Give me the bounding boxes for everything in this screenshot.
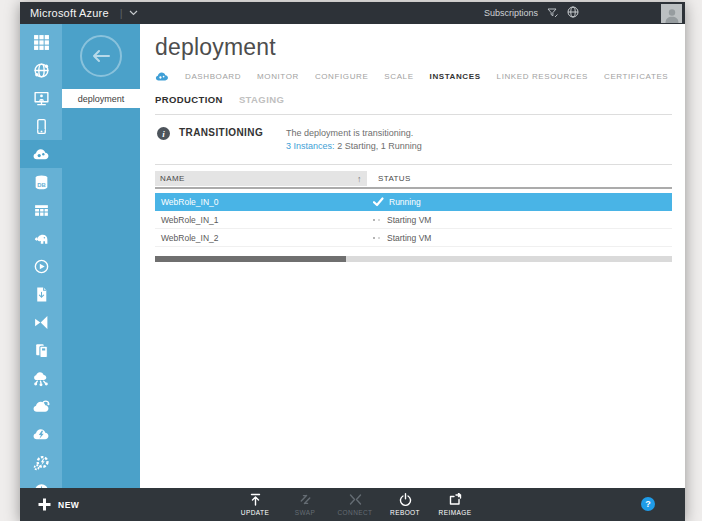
flyout-item-deployment[interactable]: deployment xyxy=(62,89,140,108)
globe-language-icon[interactable] xyxy=(567,4,579,22)
sidebar-item-service-bus[interactable] xyxy=(20,280,62,308)
command-group: UPDATE SWAP CONNECT REBOOT REIMAGE xyxy=(230,488,480,521)
transitioning-notice: i TRANSITIONING The deployment is transi… xyxy=(155,127,672,153)
table-row[interactable]: WebRole_IN_1 Starting VM xyxy=(155,211,672,229)
instances-link[interactable]: 3 Instances: xyxy=(286,141,335,151)
plus-icon xyxy=(38,498,51,511)
topbar-right-group: Subscriptions xyxy=(484,4,579,22)
sidebar-item-web-sites[interactable] xyxy=(20,56,62,84)
instance-status: Starting VM xyxy=(367,233,672,243)
status-label: Starting VM xyxy=(387,215,431,225)
slot-production[interactable]: PRODUCTION xyxy=(155,94,223,105)
sidebar-item-scheduler[interactable] xyxy=(20,476,62,488)
command-label: CONNECT xyxy=(338,509,373,516)
swap-button: SWAP xyxy=(280,488,330,521)
tab-configure[interactable]: CONFIGURE xyxy=(315,72,368,81)
main-body: DB xyxy=(20,24,685,488)
all-items-grid-icon xyxy=(33,34,50,51)
reimage-button[interactable]: REIMAGE xyxy=(430,488,480,521)
check-icon xyxy=(373,197,384,207)
notice-line2: 2 Starting, 1 Running xyxy=(335,141,422,151)
help-button[interactable]: ? xyxy=(641,497,655,511)
slot-staging[interactable]: STAGING xyxy=(239,94,284,105)
column-header-name[interactable]: NAME ↑ xyxy=(155,171,367,186)
top-bar: Microsoft Azure | Subscriptions xyxy=(20,2,685,24)
sidebar-item-all-items[interactable] xyxy=(20,28,62,56)
info-icon: i xyxy=(157,127,170,140)
sidebar-item-media-services[interactable] xyxy=(20,252,62,280)
tab-dashboard[interactable]: DASHBOARD xyxy=(185,72,241,81)
command-label: REBOOT xyxy=(390,509,420,516)
connect-button: CONNECT xyxy=(330,488,380,521)
sidebar-item-hdinsight[interactable] xyxy=(20,224,62,252)
instance-name: WebRole_IN_0 xyxy=(155,197,367,207)
filter-funnel-icon[interactable] xyxy=(547,4,558,22)
sidebar-item-visual-studio-online[interactable] xyxy=(20,308,62,336)
table-row[interactable]: WebRole_IN_2 Starting VM xyxy=(155,229,672,247)
column-header-status[interactable]: STATUS xyxy=(367,174,672,183)
cache-icon xyxy=(33,342,50,359)
user-avatar[interactable] xyxy=(661,4,682,23)
azure-portal-window: Microsoft Azure | Subscriptions xyxy=(20,2,685,521)
instance-name: WebRole_IN_1 xyxy=(155,215,367,225)
reimage-icon xyxy=(448,493,462,506)
brand-title: Microsoft Azure xyxy=(30,7,109,19)
slot-tabs: PRODUCTION STAGING xyxy=(155,94,672,105)
sidebar-item-virtual-machines[interactable] xyxy=(20,84,62,112)
new-label: NEW xyxy=(58,500,79,510)
notice-heading: TRANSITIONING xyxy=(179,127,263,138)
table-header: NAME ↑ STATUS xyxy=(155,171,672,189)
service-bus-icon xyxy=(33,286,50,303)
name-column-label: NAME xyxy=(160,174,185,183)
sidebar-item-cloud-services[interactable] xyxy=(20,140,62,168)
command-label: UPDATE xyxy=(241,509,269,516)
backup-vaults-icon xyxy=(32,398,50,415)
visual-studio-online-icon xyxy=(33,314,50,331)
reboot-button[interactable]: REBOOT xyxy=(380,488,430,521)
instance-status: Starting VM xyxy=(367,215,672,225)
sidebar-item-biztalk-services[interactable] xyxy=(20,364,62,392)
subscriptions-label[interactable]: Subscriptions xyxy=(484,8,538,18)
chevron-down-icon[interactable] xyxy=(129,10,138,16)
sidebar-item-storage[interactable] xyxy=(20,196,62,224)
desktop-background: Microsoft Azure | Subscriptions xyxy=(0,0,702,521)
tab-instances[interactable]: INSTANCES xyxy=(430,72,481,81)
brand-separator: | xyxy=(120,7,123,19)
divider xyxy=(155,164,672,165)
hdinsight-elephant-icon xyxy=(32,230,50,247)
sidebar-item-mobile-services[interactable] xyxy=(20,112,62,140)
sidebar-item-backup-vaults[interactable] xyxy=(20,392,62,420)
sidebar-item-cache[interactable] xyxy=(20,336,62,364)
cloud-services-icon xyxy=(32,146,50,163)
back-arrow-icon xyxy=(91,49,111,63)
instance-status: Running xyxy=(367,197,672,207)
status-label: Starting VM xyxy=(387,233,431,243)
recovery-services-icon xyxy=(32,426,50,443)
tab-linked-resources[interactable]: LINKED RESOURCES xyxy=(497,72,588,81)
table-row[interactable]: WebRole_IN_0 Running xyxy=(155,193,672,211)
virtual-machines-monitor-icon xyxy=(33,90,50,107)
new-button[interactable]: NEW xyxy=(38,488,79,521)
tab-certificates[interactable]: CERTIFICATES xyxy=(604,72,668,81)
tab-scale[interactable]: SCALE xyxy=(384,72,413,81)
notice-text: The deployment is transitioning. 3 Insta… xyxy=(286,127,422,153)
sidebar-item-sql-databases[interactable]: DB xyxy=(20,168,62,196)
sidebar-item-automation[interactable] xyxy=(20,448,62,476)
tab-monitor[interactable]: MONITOR xyxy=(257,72,299,81)
update-button[interactable]: UPDATE xyxy=(230,488,280,521)
instance-name: WebRole_IN_2 xyxy=(155,233,367,243)
automation-icon xyxy=(33,454,50,471)
back-button[interactable] xyxy=(80,35,122,77)
connect-icon xyxy=(349,493,362,506)
sort-ascending-icon: ↑ xyxy=(357,174,362,184)
svg-text:DB: DB xyxy=(37,182,45,188)
tab-bar: DASHBOARD MONITOR CONFIGURE SCALE INSTAN… xyxy=(155,71,672,81)
scrollbar-thumb[interactable] xyxy=(155,256,346,262)
sidebar-flyout-panel: deployment xyxy=(62,24,140,488)
swap-icon xyxy=(299,493,312,506)
sidebar-item-recovery-services[interactable] xyxy=(20,420,62,448)
bottom-command-bar: NEW UPDATE SWAP CONNECT REBOOT REIMAGE xyxy=(20,488,685,521)
biztalk-services-icon xyxy=(32,370,50,387)
horizontal-scrollbar[interactable] xyxy=(155,256,672,262)
command-label: SWAP xyxy=(295,509,316,516)
